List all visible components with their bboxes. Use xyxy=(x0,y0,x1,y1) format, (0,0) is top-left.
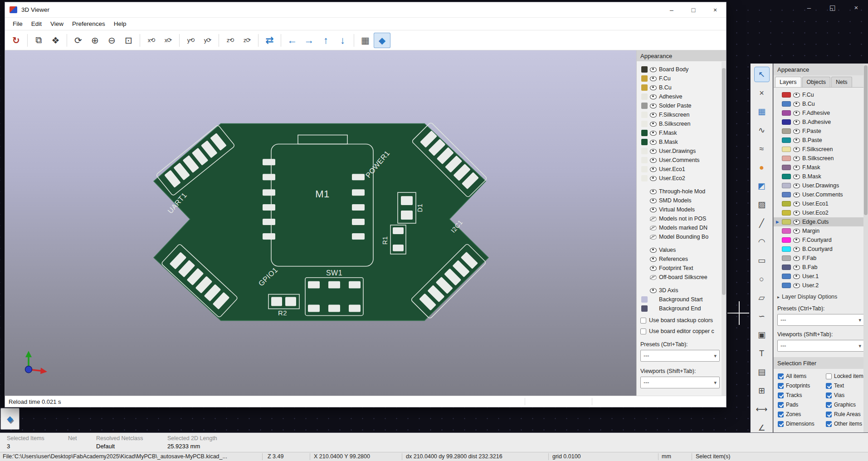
layer-display-options[interactable]: ▸ Layer Display Options xyxy=(774,290,868,300)
layer-visibility-eye-icon[interactable] xyxy=(793,156,800,161)
select-tool-icon[interactable]: ↖ xyxy=(755,67,769,82)
move-right-icon[interactable]: → xyxy=(301,33,317,48)
layer-row[interactable]: User.Drawings xyxy=(774,181,868,190)
add-image-icon[interactable]: ▣ xyxy=(755,328,769,342)
rotate-x-cw-icon[interactable]: x⟲ xyxy=(143,33,160,48)
viewer-option-checkbox[interactable]: Use board stackup colors xyxy=(637,317,726,324)
color-swatch[interactable] xyxy=(641,274,648,280)
visibility-eye-icon[interactable] xyxy=(650,235,657,240)
appearance-row[interactable]: F.Mask xyxy=(637,128,726,137)
appearance-row[interactable]: Virtual Models xyxy=(637,205,726,214)
panel-scrollbar[interactable] xyxy=(863,64,868,432)
appearance-row[interactable]: Solder Paste xyxy=(637,101,726,110)
menu-file[interactable]: File xyxy=(9,19,27,29)
layer-visibility-eye-icon[interactable] xyxy=(793,229,800,234)
layer-row[interactable]: F.Mask xyxy=(774,163,868,172)
appearance-row[interactable]: Board Body xyxy=(637,65,726,74)
visibility-eye-icon[interactable] xyxy=(650,122,657,127)
layer-visibility-eye-icon[interactable] xyxy=(793,93,800,98)
menu-edit[interactable]: Edit xyxy=(27,19,46,29)
visibility-eye-icon[interactable] xyxy=(650,140,657,145)
color-swatch[interactable] xyxy=(641,121,648,127)
layer-color-swatch[interactable] xyxy=(782,265,791,270)
visibility-eye-icon[interactable] xyxy=(650,67,657,72)
render-raytracing-icon[interactable]: ❖ xyxy=(47,33,64,48)
draw-bezier-icon[interactable]: ∽ xyxy=(755,309,769,324)
color-swatch[interactable] xyxy=(641,75,648,82)
appearance-row[interactable]: Models not in POS xyxy=(637,214,726,223)
menu-preferences[interactable]: Preferences xyxy=(68,19,109,29)
add-table-icon[interactable]: ⊞ xyxy=(755,383,769,398)
layer-visibility-eye-icon[interactable] xyxy=(793,211,800,216)
color-swatch[interactable] xyxy=(641,93,648,100)
layer-visibility-eye-icon[interactable] xyxy=(793,102,800,107)
visibility-eye-icon[interactable] xyxy=(650,266,657,271)
appearance-row[interactable]: B.Cu xyxy=(637,83,726,92)
layer-color-swatch[interactable] xyxy=(782,174,791,179)
move-up-icon[interactable]: ↑ xyxy=(317,33,334,48)
color-swatch[interactable] xyxy=(641,188,648,195)
color-swatch[interactable] xyxy=(641,66,648,73)
checkbox[interactable] xyxy=(778,392,784,398)
selection-filter-item[interactable]: Rule Areas xyxy=(826,411,868,417)
checkbox[interactable] xyxy=(778,421,784,427)
layer-color-swatch[interactable] xyxy=(782,237,791,243)
selection-filter-item[interactable]: Zones xyxy=(778,411,826,417)
rule-area-icon[interactable]: ▨ xyxy=(755,197,769,212)
appearance-row[interactable]: Adhesive xyxy=(637,92,726,101)
layer-visibility-eye-icon[interactable] xyxy=(793,256,800,261)
selection-filter-item[interactable]: Locked items xyxy=(826,373,868,379)
layer-visibility-eye-icon[interactable] xyxy=(793,192,800,197)
appearance-row[interactable]: Footprint Text xyxy=(637,264,726,273)
layer-visibility-eye-icon[interactable] xyxy=(793,147,800,152)
add-via-icon[interactable]: ● xyxy=(755,160,769,175)
appearance-row[interactable]: 3D Axis xyxy=(637,286,726,295)
color-swatch[interactable] xyxy=(641,103,648,109)
color-swatch[interactable] xyxy=(641,296,648,303)
checkbox[interactable] xyxy=(826,373,832,379)
color-swatch[interactable] xyxy=(641,166,648,172)
move-left-icon[interactable]: ← xyxy=(284,33,301,48)
color-swatch[interactable] xyxy=(641,175,648,181)
draw-line-icon[interactable]: ╱ xyxy=(755,216,769,230)
visibility-eye-icon[interactable] xyxy=(650,103,657,108)
selection-filter-item[interactable]: Other items xyxy=(826,421,868,427)
selection-filter-item[interactable]: Footprints xyxy=(778,383,826,389)
layer-row[interactable]: F.Cu xyxy=(774,90,868,99)
add-text-icon[interactable]: T xyxy=(755,346,769,361)
highlight-net-icon[interactable]: × xyxy=(755,86,769,100)
route-tracks-icon[interactable]: ∿ xyxy=(755,123,769,137)
tune-length-icon[interactable]: ≈ xyxy=(755,142,769,156)
maximize-button[interactable]: □ xyxy=(683,2,704,17)
move-down-icon[interactable]: ↓ xyxy=(334,33,351,48)
layer-row[interactable]: User.Comments xyxy=(774,190,868,199)
layer-visibility-eye-icon[interactable] xyxy=(793,174,800,179)
layer-visibility-eye-icon[interactable] xyxy=(793,283,800,288)
layer-color-swatch[interactable] xyxy=(782,119,791,125)
window-minimize-button[interactable]: – xyxy=(797,0,821,15)
color-swatch[interactable] xyxy=(641,247,648,253)
color-swatch[interactable] xyxy=(641,206,648,213)
layer-row[interactable]: ▶ Edge.Cuts xyxy=(774,217,868,226)
visibility-eye-icon[interactable] xyxy=(650,226,657,230)
scrollbar-thumb[interactable] xyxy=(864,65,868,215)
copy-image-icon[interactable]: ⧉ xyxy=(30,33,47,48)
layer-visibility-eye-icon[interactable] xyxy=(793,220,800,225)
add-dimension-icon[interactable]: ⟷ xyxy=(755,402,769,417)
selection-filter-item[interactable]: Tracks xyxy=(778,392,826,398)
visibility-eye-icon[interactable] xyxy=(650,207,657,212)
layer-color-swatch[interactable] xyxy=(782,210,791,216)
layer-row[interactable]: B.Mask xyxy=(774,172,868,181)
layer-row[interactable]: B.Paste xyxy=(774,136,868,145)
appearance-row[interactable]: Values xyxy=(637,245,726,255)
layer-row[interactable]: F.Fab xyxy=(774,254,868,263)
layer-row[interactable]: B.Adhesive xyxy=(774,118,868,127)
color-swatch[interactable] xyxy=(641,84,648,91)
selection-filter-item[interactable]: Text xyxy=(826,383,868,389)
visibility-eye-icon[interactable] xyxy=(650,167,657,172)
viewports-dropdown[interactable]: --- ▾ xyxy=(640,377,720,388)
visibility-eye-icon[interactable] xyxy=(650,94,657,99)
appearance-row[interactable]: B.Silkscreen xyxy=(637,119,726,128)
layer-row[interactable]: User.2 xyxy=(774,281,868,290)
visibility-eye-icon[interactable] xyxy=(650,131,657,136)
